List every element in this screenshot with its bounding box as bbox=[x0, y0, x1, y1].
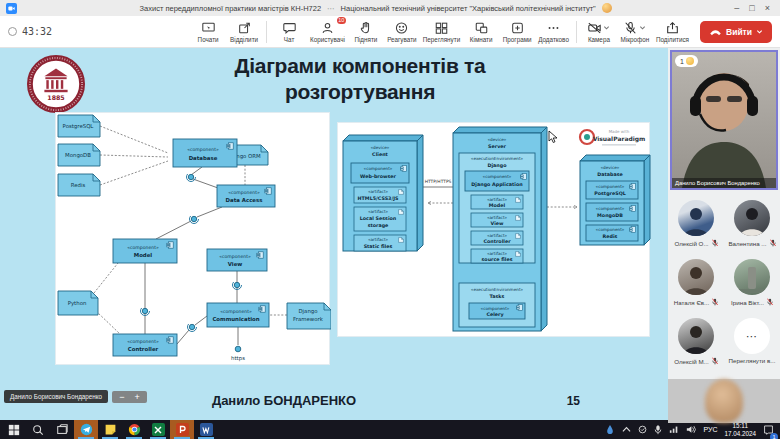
react-button[interactable]: Реагувати bbox=[384, 17, 420, 47]
leave-options-chevron-icon[interactable] bbox=[756, 28, 763, 35]
microphone-button[interactable]: Мікрофон bbox=[617, 17, 653, 47]
speaker-portrait bbox=[672, 52, 776, 188]
avatar bbox=[678, 200, 714, 236]
active-speaker-video[interactable]: 1 Данило Борисович Бондаренко bbox=[670, 50, 778, 190]
logo-year: 1885 bbox=[47, 94, 64, 101]
svg-text:Redis: Redis bbox=[71, 182, 86, 188]
recording-indicator-icon bbox=[8, 27, 17, 36]
chat-button[interactable]: Чат bbox=[271, 17, 307, 47]
titlebar: Захист переддипломної практики магістрів… bbox=[0, 0, 780, 16]
svg-text:«component»: «component» bbox=[127, 245, 159, 250]
zoom-in-button[interactable]: + bbox=[134, 392, 139, 402]
taskbar-app-word[interactable] bbox=[194, 420, 218, 439]
taskbar-app-chrome[interactable] bbox=[122, 420, 146, 439]
svg-text:«executionEnvironment»: «executionEnvironment» bbox=[471, 156, 524, 161]
windows-start-icon bbox=[8, 424, 20, 436]
svg-text:Static files: Static files bbox=[364, 244, 393, 249]
svg-text:View: View bbox=[491, 221, 505, 226]
component-data-access: «component»Data Access bbox=[217, 185, 275, 207]
react-smiley-icon bbox=[394, 21, 409, 35]
title-separator: ⋯ bbox=[327, 4, 335, 13]
svg-text:Server: Server bbox=[488, 144, 506, 149]
component-postgresql: «component»PostgreSQL bbox=[586, 181, 638, 199]
slide-title: Діаграми компонентів та розгортування bbox=[174, 53, 546, 105]
artifact-html-css-js: «artifact» HTML5/CSS3/JS bbox=[354, 187, 406, 203]
more-button[interactable]: Додатково bbox=[535, 17, 572, 47]
participants-button[interactable]: 10 Користувачі bbox=[307, 17, 348, 47]
tray-mic-icon[interactable] bbox=[654, 425, 662, 435]
language-indicator[interactable]: РУС bbox=[703, 426, 717, 433]
minimize-button[interactable]: – bbox=[734, 3, 739, 13]
more-ellipsis-icon[interactable]: ⋯ bbox=[734, 318, 770, 354]
taskbar-app-sticky-notes[interactable] bbox=[98, 420, 122, 439]
avatar bbox=[678, 318, 714, 354]
svg-text:«device»: «device» bbox=[488, 137, 507, 142]
taskbar-clock[interactable]: 15:11 17.04.2024 bbox=[724, 422, 756, 438]
participant-name: Олексій М... bbox=[674, 358, 709, 365]
component-model: «component»Model bbox=[113, 239, 177, 263]
participant-tile[interactable]: Олексій М... bbox=[668, 318, 724, 373]
tray-volume-icon[interactable] bbox=[686, 425, 696, 434]
svg-text:Django: Django bbox=[298, 308, 317, 315]
node-server: «device» Server «executionEnvironment» D… bbox=[453, 127, 547, 331]
view-more-participants[interactable]: ⋯ Переглянути в... bbox=[724, 318, 780, 373]
taskbar-app-powerpoint[interactable] bbox=[170, 420, 194, 439]
task-view-button[interactable] bbox=[50, 420, 74, 439]
raise-hand-icon bbox=[358, 21, 373, 35]
tray-app-icon[interactable] bbox=[605, 424, 615, 436]
share-button[interactable]: Поділитися bbox=[653, 17, 692, 47]
participant-tile[interactable]: Олексій О... bbox=[668, 200, 724, 255]
participants-grid: Олексій О... Валентина ... bbox=[668, 192, 780, 373]
interface-connector bbox=[233, 281, 242, 290]
zoom-meeting-window: Захист переддипломної практики магістрів… bbox=[0, 0, 780, 439]
maximize-button[interactable]: □ bbox=[749, 3, 754, 13]
svg-text:«component»: «component» bbox=[219, 254, 251, 259]
raise-hand-button[interactable]: Підняти bbox=[348, 17, 384, 47]
zoom-out-button[interactable]: − bbox=[119, 392, 124, 402]
note-redis: Redis bbox=[58, 174, 100, 196]
clock-date: 17.04.2024 bbox=[724, 430, 756, 438]
visual-paradigm-watermark: Made with VisualParadigm bbox=[580, 129, 645, 146]
action-center-button[interactable]: 1 bbox=[763, 421, 774, 439]
search-button[interactable] bbox=[26, 420, 50, 439]
artifact-controller: «artifact»Controller bbox=[471, 231, 523, 245]
avatar bbox=[734, 259, 770, 295]
mic-options-chevron-icon[interactable] bbox=[639, 24, 646, 31]
svg-text:Communication: Communication bbox=[212, 316, 259, 322]
http-link-label: HTTP/HTTPS bbox=[425, 179, 452, 184]
reaction-emoji-icon bbox=[686, 57, 694, 65]
camera-button[interactable]: Камера bbox=[581, 17, 617, 47]
leave-button[interactable]: Вийти bbox=[700, 21, 772, 43]
svg-text:Framework: Framework bbox=[293, 316, 324, 322]
svg-text:«component»: «component» bbox=[187, 147, 219, 152]
taskbar-app-telegram[interactable] bbox=[74, 420, 98, 439]
tray-network-icon[interactable] bbox=[669, 425, 679, 434]
participant-tile[interactable]: Наталя Єв... bbox=[668, 259, 724, 314]
reaction-badge: 1 bbox=[675, 55, 698, 67]
svg-text:VisualParadigm: VisualParadigm bbox=[593, 135, 646, 143]
start-button[interactable] bbox=[2, 420, 26, 439]
tray-expand-chevron-icon[interactable] bbox=[622, 426, 631, 433]
participant-tile[interactable]: Валентина ... bbox=[724, 200, 780, 255]
tray-status-icon[interactable] bbox=[638, 425, 647, 434]
breakout-rooms-button[interactable]: Кімнати bbox=[463, 17, 499, 47]
component-view: «component»View bbox=[207, 249, 267, 271]
svg-text:«artifact»: «artifact» bbox=[487, 197, 508, 202]
word-icon bbox=[200, 423, 213, 436]
powerpoint-icon bbox=[176, 423, 189, 436]
view-button[interactable]: Переглянути bbox=[420, 17, 463, 47]
taskbar-app-excel[interactable] bbox=[146, 420, 170, 439]
camera-options-chevron-icon[interactable] bbox=[603, 24, 610, 31]
participant-tile[interactable]: Ірина Вікт... bbox=[724, 259, 780, 314]
apps-button[interactable]: Програми bbox=[499, 17, 535, 47]
start-button[interactable]: Почати bbox=[190, 17, 226, 47]
participant-video-tile[interactable] bbox=[668, 379, 780, 423]
svg-text:«component»: «component» bbox=[596, 227, 625, 232]
svg-text:Model: Model bbox=[489, 203, 506, 208]
component-diagram-panel: https PostgreSQL MongoDB Redis Django OR… bbox=[55, 112, 330, 365]
popout-button[interactable]: Відділити bbox=[226, 17, 262, 47]
https-interface: https bbox=[231, 346, 245, 362]
close-button[interactable]: × bbox=[765, 3, 770, 13]
task-view-icon bbox=[56, 424, 68, 436]
note-mongodb: MongoDB bbox=[58, 144, 100, 166]
